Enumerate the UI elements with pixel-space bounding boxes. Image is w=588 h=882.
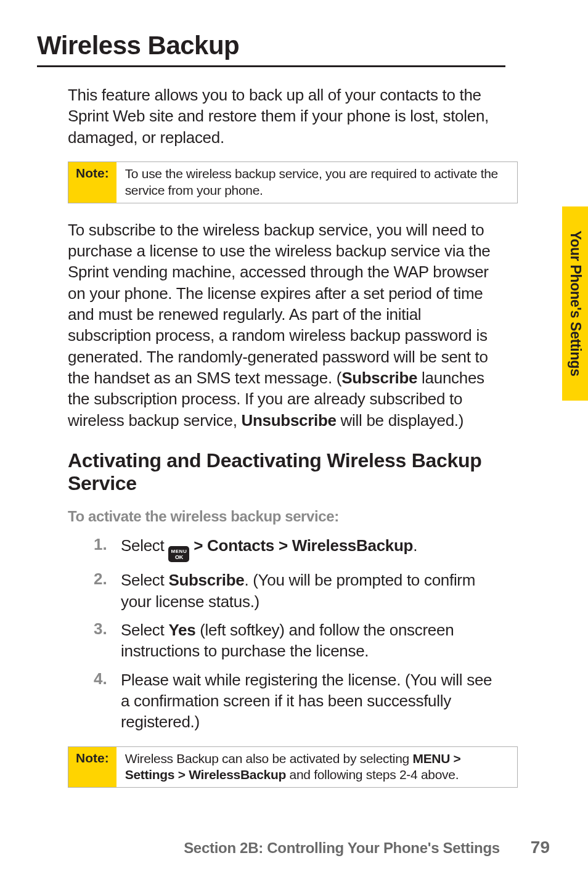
side-tab-label: Your Phone's Settings: [567, 231, 584, 376]
step-number: 1.: [94, 535, 121, 562]
list-item: 2. Select Subscribe. (You will be prompt…: [94, 570, 493, 612]
page-footer: Section 2B: Controlling Your Phone's Set…: [0, 838, 588, 857]
step-text: Select Subscribe. (You will be prompted …: [121, 570, 493, 612]
steps-list: 1. Select MENUOK > Contacts > WirelessBa…: [94, 535, 493, 732]
page-title: Wireless Backup: [37, 31, 505, 60]
menu-icon-line2: OK: [175, 555, 183, 560]
note-label: Note:: [68, 162, 116, 203]
text-span: Select: [121, 536, 168, 555]
subscribe-bold: Subscribe: [341, 369, 417, 387]
intro-paragraph: This feature allows you to back up all o…: [68, 84, 505, 148]
text-span: and following steps 2-4 above.: [286, 767, 459, 782]
note-label: Note:: [68, 747, 116, 788]
subheading: To activate the wireless backup service:: [68, 508, 505, 525]
text-span: Select: [121, 571, 168, 589]
note-text: Wireless Backup can also be activated by…: [116, 747, 517, 788]
list-item: 4. Please wait while registering the lic…: [94, 669, 493, 733]
step-text: Select Yes (left softkey) and follow the…: [121, 619, 493, 662]
step-text: Select MENUOK > Contacts > WirelessBacku…: [121, 535, 417, 562]
text-span: .: [413, 536, 417, 555]
list-item: 1. Select MENUOK > Contacts > WirelessBa…: [94, 535, 493, 562]
unsubscribe-bold: Unsubscribe: [242, 411, 337, 430]
text-span: Select: [121, 621, 168, 639]
step-number: 4.: [94, 669, 121, 733]
footer-section-title: Section 2B: Controlling Your Phone's Set…: [184, 839, 500, 857]
step-text: Please wait while registering the licens…: [121, 669, 493, 733]
menu-path-bold: > Contacts > WirelessBackup: [189, 536, 413, 555]
text-span: To subscribe to the wireless backup serv…: [68, 221, 491, 387]
side-tab: Your Phone's Settings: [562, 206, 588, 401]
note-box-2: Note: Wireless Backup can also be activa…: [68, 746, 518, 788]
subscribe-bold: Subscribe: [168, 571, 244, 589]
text-span: Please wait while registering the licens…: [121, 671, 492, 732]
subscription-paragraph: To subscribe to the wireless backup serv…: [68, 219, 505, 431]
yes-bold: Yes: [168, 621, 195, 639]
note-box-1: Note: To use the wireless backup service…: [68, 161, 518, 203]
footer-page-number: 79: [531, 838, 550, 857]
menu-ok-icon: MENUOK: [168, 546, 189, 562]
step-number: 2.: [94, 570, 121, 612]
note-text: To use the wireless backup service, you …: [116, 162, 517, 203]
menu-icon-line1: MENU: [171, 549, 187, 554]
step-number: 3.: [94, 619, 121, 662]
list-item: 3. Select Yes (left softkey) and follow …: [94, 619, 493, 662]
text-span: Wireless Backup can also be activated by…: [125, 751, 413, 766]
section-heading: Activating and Deactivating Wireless Bac…: [68, 449, 505, 495]
text-span: will be displayed.): [337, 411, 463, 430]
title-rule: [37, 65, 505, 67]
